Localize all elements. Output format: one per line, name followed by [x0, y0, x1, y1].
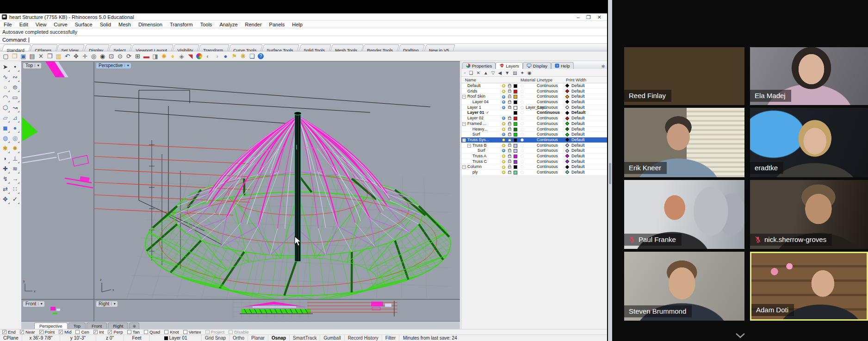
layer-linetype[interactable]: Continuous	[537, 159, 558, 165]
layer-linetype[interactable]: Continuous	[537, 154, 558, 159]
toolbar-tab-render-tools[interactable]: Render Tools	[362, 44, 399, 51]
layer-linetype[interactable]: Continuous	[537, 164, 558, 170]
menu-solid[interactable]: Solid	[96, 22, 115, 27]
layer-color-swatch[interactable]	[514, 100, 517, 104]
toolbar-tab-mesh-tools[interactable]: Mesh Tools	[330, 44, 363, 51]
menu-mesh[interactable]: Mesh	[115, 22, 135, 27]
shaded-mode-icon[interactable]: ◐	[204, 52, 212, 61]
layer-visibility-bulb-icon[interactable]	[502, 95, 505, 99]
offset-tool[interactable]: ≋	[10, 164, 20, 174]
layer-linetype[interactable]: Continuous	[537, 94, 558, 99]
layer-lock-icon[interactable]	[508, 101, 511, 104]
layer-visibility-bulb-icon[interactable]	[502, 90, 505, 93]
rendered-mode-icon[interactable]: ●	[221, 52, 230, 61]
print-width-value[interactable]: Default	[571, 121, 585, 127]
layer-visibility-bulb-icon[interactable]	[502, 84, 505, 87]
right-viewport-canvas[interactable]	[94, 300, 460, 321]
layer-color-swatch[interactable]	[514, 138, 517, 142]
save-icon[interactable]: ▣	[19, 52, 28, 61]
extend-tool[interactable]: →	[10, 174, 20, 184]
divider-grip[interactable]	[609, 163, 611, 184]
perspective-viewport-label[interactable]: Perspective▼	[96, 63, 131, 68]
layer-lock-icon[interactable]	[508, 117, 511, 120]
layer-color-swatch[interactable]	[514, 106, 517, 110]
status-x[interactable]: x 36'-9 7/8"	[22, 335, 60, 341]
rotate-view-icon[interactable]: ⟳	[124, 52, 133, 61]
layer-visibility-bulb-icon[interactable]	[502, 166, 505, 169]
array-tool[interactable]: ∷	[10, 184, 20, 194]
layer-linetype[interactable]: Continuous	[537, 99, 558, 105]
polyline-tool[interactable]: ∿	[0, 72, 10, 82]
layer-material-icon[interactable]	[521, 160, 524, 163]
layer-lock-icon[interactable]	[508, 90, 511, 93]
filter-icon[interactable]: ▼	[505, 70, 509, 75]
layer-visibility-bulb-icon[interactable]	[502, 128, 505, 131]
layer-color-swatch[interactable]	[514, 117, 517, 120]
status-z[interactable]: z 0"	[96, 335, 124, 341]
checkbox[interactable]	[75, 330, 80, 334]
menu-tools[interactable]: Tools	[197, 22, 216, 27]
layer-color-swatch[interactable]	[514, 171, 517, 174]
toolbar-tab-set-view[interactable]: Set View	[56, 44, 85, 51]
freeform-curve-tool[interactable]: ↝	[10, 103, 20, 113]
layer-material-icon[interactable]	[521, 106, 524, 109]
layer-row[interactable]: SurfContinuousDefault	[461, 148, 607, 154]
checkbox[interactable]: ✓	[39, 330, 43, 334]
transform-tool[interactable]: ⇄	[0, 184, 10, 194]
torus-tool[interactable]: ◍	[0, 133, 10, 143]
ellipse-tool[interactable]: ⊜	[10, 82, 20, 93]
toolbar-tab-solid-tools[interactable]: Solid Tools	[299, 44, 331, 51]
panel-tab-properties[interactable]: Properties	[462, 62, 496, 69]
panel-tab-help[interactable]: ?Help	[551, 62, 574, 69]
new-layer-icon[interactable]: ▫	[464, 70, 466, 75]
pan-icon[interactable]: ✥	[72, 52, 81, 61]
layer-row[interactable]: −Truss Sys...ContinuousDefault	[461, 137, 607, 143]
layer-row[interactable]: −Truss BContinuousDefault	[461, 143, 607, 149]
panel-tab-layers[interactable]: Layers	[496, 62, 523, 69]
layer-lock-icon[interactable]	[508, 133, 511, 136]
print-width-value[interactable]: Default	[571, 170, 585, 175]
add-viewport-tab-icon[interactable]: ⊕	[129, 322, 139, 329]
panel-tab-display[interactable]: Display	[523, 62, 551, 69]
layer-color-swatch[interactable]	[514, 160, 517, 164]
layer-row[interactable]: −Framed ...ContinuousDefault	[461, 121, 607, 127]
layer-row[interactable]: plyContinuousDefault	[461, 170, 607, 175]
expand-collapse-icon[interactable]: −	[467, 144, 471, 148]
layer-linetype[interactable]: Continuous	[537, 132, 558, 137]
rectangle-tool[interactable]: ▭	[10, 93, 20, 103]
layer-lock-icon[interactable]	[508, 171, 511, 174]
layer-visibility-bulb-icon[interactable]	[502, 155, 505, 158]
layer-row[interactable]: Layer 02ContinuousDefault	[461, 116, 607, 121]
menu-render[interactable]: Render	[242, 22, 266, 27]
print-width-value[interactable]: Default	[571, 164, 585, 170]
zoom-window-icon[interactable]: ⊡	[107, 52, 116, 61]
layer-material-icon[interactable]	[521, 90, 524, 93]
explode-tool[interactable]: ✸	[10, 143, 20, 154]
layer-row[interactable]: −ColumnContinuousDefault	[461, 164, 607, 170]
flag-icon[interactable]: ⚑	[230, 52, 239, 61]
layer-linetype[interactable]: Continuous	[537, 137, 558, 143]
lamp-icon[interactable]: ●	[168, 52, 177, 61]
print-width-value[interactable]: Default	[571, 143, 585, 149]
trim-tool[interactable]: ◗	[0, 154, 10, 164]
layer-tools-icon[interactable]: ✦	[521, 70, 524, 75]
perspective-viewport[interactable]: Perspective▼ zx	[94, 62, 460, 299]
checkbox[interactable]	[144, 330, 148, 334]
layer-lock-icon[interactable]	[508, 96, 511, 99]
print-width-value[interactable]: Default	[571, 159, 585, 165]
menu-help[interactable]: Help	[288, 22, 306, 27]
checkbox[interactable]: ✓	[108, 330, 112, 334]
layer-row[interactable]: Heavy...ContinuousDefault	[461, 127, 607, 132]
layer-color-swatch[interactable]	[514, 165, 517, 169]
checkbox[interactable]	[205, 330, 210, 334]
toolbar-tab-viewport-layout[interactable]: Viewport Layout	[131, 44, 174, 51]
layer-row[interactable]: DefaultContinuousDefault	[461, 83, 607, 89]
arc-tool[interactable]: ◠	[0, 93, 10, 103]
menu-panels[interactable]: Panels	[266, 22, 289, 27]
rhino-logo-icon[interactable]: ◥	[186, 52, 195, 61]
print-width-value[interactable]: Default	[571, 127, 585, 132]
status-cplane[interactable]: CPlane	[0, 335, 22, 341]
toolbar-tab-curve-tools[interactable]: Curve Tools	[229, 44, 263, 51]
layer-visibility-bulb-icon[interactable]	[502, 117, 505, 120]
osnap-project[interactable]: Project	[205, 329, 225, 335]
